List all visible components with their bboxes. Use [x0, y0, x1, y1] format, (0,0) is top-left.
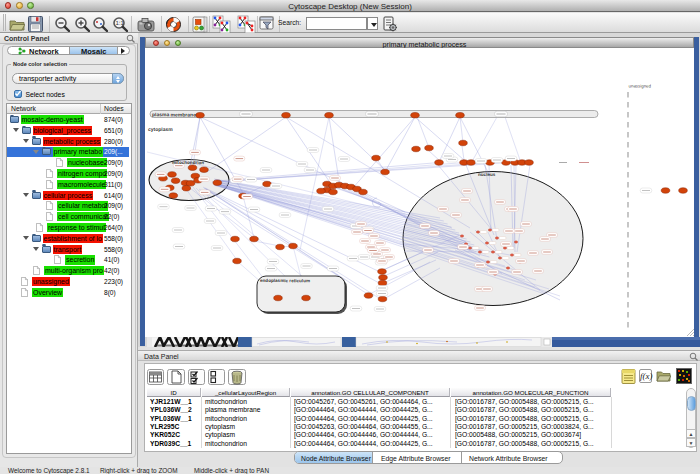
svg-text:endoplasmic reticulum: endoplasmic reticulum — [260, 278, 310, 283]
svg-text:nucleus: nucleus — [478, 172, 496, 177]
svg-text:plasma membrane: plasma membrane — [152, 112, 196, 118]
svg-text:1:1: 1:1 — [115, 20, 124, 27]
svg-text:mitochondrion: mitochondrion — [172, 160, 204, 165]
svg-text:unassigned: unassigned — [628, 84, 651, 89]
svg-text:cytoplasm: cytoplasm — [148, 127, 173, 133]
